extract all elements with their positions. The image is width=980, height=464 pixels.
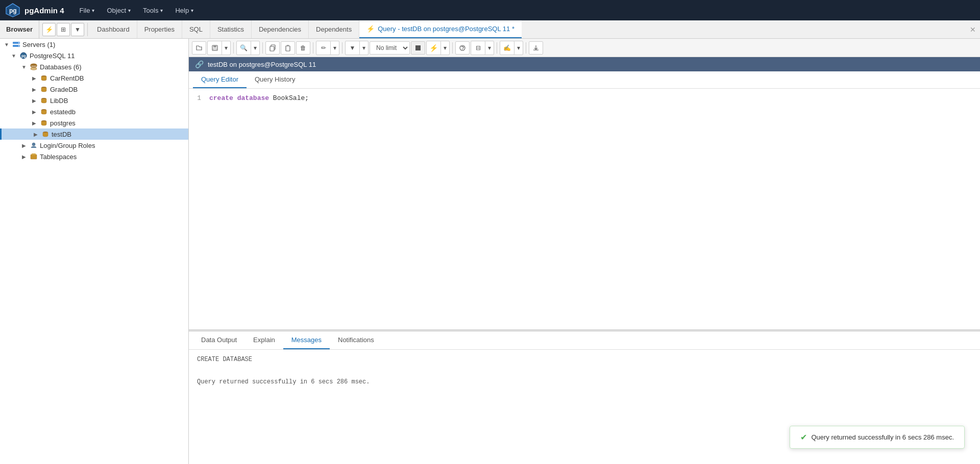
download-button[interactable]	[529, 41, 543, 55]
second-bar: Browser ⚡ ⊞ ▼ Dashboard Properties SQL S…	[0, 20, 980, 39]
message-line-2	[197, 367, 972, 374]
tab-dashboard[interactable]: Dashboard	[90, 20, 137, 38]
main-layout: Browser ⚡ ⊞ ▼ Dashboard Properties SQL S…	[0, 20, 980, 464]
menu-tools[interactable]: Tools ▾	[138, 4, 168, 17]
copy-button[interactable]	[265, 41, 280, 55]
tab-dependencies[interactable]: Dependencies	[252, 20, 309, 38]
code-content-1: create database BookSale;	[209, 94, 309, 102]
search-button[interactable]: 🔍	[237, 41, 251, 55]
toolbar-separator-7	[526, 42, 526, 54]
close-query-tab-button[interactable]: ✕	[970, 25, 980, 34]
svg-rect-26	[415, 45, 421, 50]
svg-point-16	[32, 143, 35, 146]
postgresql-icon: pg	[19, 51, 28, 60]
filter-rows-button[interactable]: ▼	[346, 41, 360, 55]
search-dropdown-button[interactable]: ▾	[251, 41, 259, 55]
content-area: ▼ Servers (1) ▼ pg PostgreSQL 11	[0, 39, 980, 464]
menu-object[interactable]: Object ▾	[102, 4, 136, 17]
postgres-icon	[40, 119, 48, 127]
grid-button[interactable]: ⊞	[57, 23, 70, 36]
view-data-button[interactable]: ⊟	[471, 41, 485, 55]
svg-point-28	[462, 49, 463, 50]
servers-icon	[12, 40, 20, 48]
pg11-arrow-icon: ▼	[10, 53, 17, 59]
toolbar-separator-1	[233, 42, 234, 54]
code-editor[interactable]: 1 create database BookSale;	[189, 89, 980, 329]
stop-icon	[415, 45, 421, 51]
tree-item-estatedb[interactable]: ▶ estatedb	[0, 106, 188, 117]
code-line-1: 1 create database BookSale;	[189, 94, 980, 102]
svg-point-8	[31, 64, 37, 66]
filter-dropdown-button[interactable]: ▾	[360, 41, 368, 55]
keyword-create: create	[209, 94, 233, 102]
tab-query-history[interactable]: Query History	[247, 71, 303, 88]
query-tab-lightning-icon: ⚡	[366, 25, 375, 33]
svg-text:pg: pg	[21, 54, 26, 58]
refresh-button[interactable]: ⚡	[42, 23, 56, 36]
login-roles-arrow-icon: ▶	[20, 143, 28, 148]
tree-item-carrentdb[interactable]: ▶ CarRentDB	[0, 72, 188, 84]
tab-query-editor[interactable]: Query Editor	[193, 71, 247, 88]
tree-item-gradedb[interactable]: ▶ GradeDB	[0, 84, 188, 95]
menu-file[interactable]: File ▾	[75, 4, 100, 17]
menu-help[interactable]: Help ▾	[170, 4, 199, 17]
toolbar-separator-5	[452, 42, 453, 54]
tablespaces-icon	[30, 152, 38, 161]
filter-button[interactable]: ▼	[71, 23, 84, 36]
tab-properties[interactable]: Properties	[137, 20, 182, 38]
browser-tools: ⚡ ⊞ ▼	[39, 23, 88, 36]
login-roles-icon	[30, 141, 38, 149]
tab-explain[interactable]: Explain	[245, 331, 283, 349]
toolbar-separator-6	[497, 42, 497, 54]
logo-area: pg pgAdmin 4	[5, 3, 64, 18]
toast-message: Query returned successfully in 6 secs 28…	[811, 433, 954, 441]
tree-item-postgres[interactable]: ▶ postgres	[0, 117, 188, 128]
tree-item-login-roles[interactable]: ▶ Login/Group Roles	[0, 140, 188, 151]
svg-rect-17	[31, 154, 37, 159]
sidebar: ▼ Servers (1) ▼ pg PostgreSQL 11	[0, 39, 189, 464]
connection-icon: 🔗	[195, 60, 204, 68]
no-limit-select[interactable]: No limit	[370, 41, 410, 55]
toast-check-icon: ✔	[800, 432, 807, 442]
tab-messages[interactable]: Messages	[283, 331, 330, 349]
tree-item-databases[interactable]: ▼ Databases (6)	[0, 61, 188, 72]
tree-item-testdb[interactable]: ▶ testDB	[0, 128, 188, 140]
svg-rect-24	[286, 46, 290, 51]
format-dropdown-button[interactable]: ▾	[514, 41, 523, 55]
view-dropdown-button[interactable]: ▾	[485, 41, 494, 55]
format-button[interactable]: ✍	[500, 41, 514, 55]
stop-button[interactable]	[411, 41, 425, 55]
query-tab[interactable]: ⚡ Query - testDB on postgres@PostgreSQL …	[359, 20, 522, 38]
edit-button[interactable]: ✏	[316, 41, 331, 55]
tree-item-libdb[interactable]: ▶ LibDB	[0, 95, 188, 106]
toolbar-separator-4	[342, 42, 342, 54]
tree-item-tablespaces[interactable]: ▶ Tablespaces	[0, 151, 188, 162]
delete-button[interactable]: 🗑	[296, 41, 310, 55]
tab-dependents[interactable]: Dependents	[309, 20, 359, 38]
run-dropdown-button[interactable]: ▾	[441, 41, 449, 55]
paste-button[interactable]	[281, 41, 295, 55]
svg-point-4	[18, 42, 19, 43]
query-toolbar: ▾ 🔍 ▾	[189, 39, 980, 57]
save-dropdown-button[interactable]: ▾	[222, 41, 230, 55]
libdb-arrow-icon: ▶	[31, 98, 38, 104]
tab-statistics[interactable]: Statistics	[210, 20, 252, 38]
svg-rect-25	[287, 45, 289, 46]
tab-data-output[interactable]: Data Output	[193, 331, 245, 349]
open-file-button[interactable]	[192, 41, 206, 55]
tree-item-pg11[interactable]: ▼ pg PostgreSQL 11	[0, 50, 188, 61]
tab-sql[interactable]: SQL	[182, 20, 210, 38]
dashboard-tabs: Dashboard Properties SQL Statistics Depe…	[88, 20, 980, 38]
browser-label: Browser	[0, 20, 39, 38]
gradedb-icon	[40, 85, 48, 93]
edit-dropdown-button[interactable]: ▾	[331, 41, 339, 55]
svg-rect-23	[270, 46, 274, 51]
line-number-1: 1	[189, 94, 209, 102]
run-button[interactable]: ⚡	[427, 41, 441, 55]
databases-arrow-icon: ▼	[20, 64, 28, 70]
filter-btn-group: ▼ ▾	[345, 41, 369, 55]
save-button[interactable]	[208, 41, 222, 55]
tab-notifications[interactable]: Notifications	[330, 331, 382, 349]
tree-item-servers[interactable]: ▼ Servers (1)	[0, 39, 188, 50]
explain-button[interactable]	[455, 41, 470, 55]
